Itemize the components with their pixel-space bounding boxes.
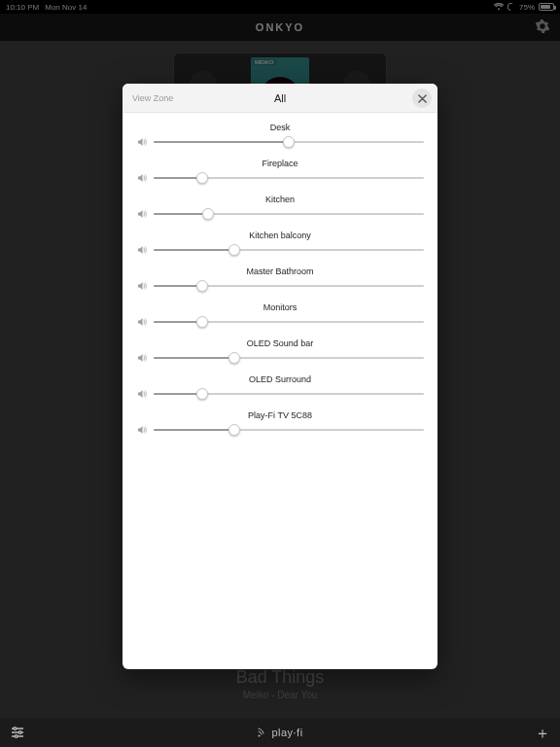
zone-label: Fireplace: [132, 155, 428, 171]
zone-label: OLED Surround: [132, 371, 428, 387]
volume-icon[interactable]: [136, 352, 148, 364]
volume-icon[interactable]: [136, 424, 148, 436]
volume-slider[interactable]: [154, 135, 424, 149]
volume-icon[interactable]: [136, 316, 148, 328]
volume-icon[interactable]: [136, 208, 148, 220]
volume-slider[interactable]: [154, 171, 424, 185]
close-icon[interactable]: [412, 89, 432, 108]
zone-row: Kitchen: [132, 191, 428, 223]
zone-row: Monitors: [132, 299, 428, 331]
zone-row: Kitchen balcony: [132, 227, 428, 259]
modal-header: View Zone All: [122, 84, 438, 113]
svg-point-1: [18, 731, 21, 734]
zone-volume-modal: View Zone All DeskFireplaceKitchenKitche…: [122, 84, 438, 669]
volume-icon[interactable]: [136, 244, 148, 256]
volume-slider[interactable]: [154, 207, 424, 221]
modal-title: All: [122, 92, 438, 104]
svg-point-3: [259, 735, 261, 737]
zone-row: Desk: [132, 119, 428, 151]
zone-row: Fireplace: [132, 155, 428, 187]
zone-label: Master Bathroom: [132, 263, 428, 279]
zone-row: Master Bathroom: [132, 263, 428, 295]
zone-row: Play-Fi TV 5C88: [132, 407, 428, 439]
zone-label: Kitchen balcony: [132, 227, 428, 243]
svg-point-0: [14, 728, 17, 730]
zone-row: OLED Surround: [132, 371, 428, 403]
bottom-bar: play·fi ＋: [0, 718, 560, 747]
svg-point-2: [15, 735, 18, 738]
zones-list: DeskFireplaceKitchenKitchen balconyMaste…: [122, 113, 438, 669]
volume-icon[interactable]: [136, 136, 148, 148]
equalizer-icon[interactable]: [10, 725, 25, 740]
volume-icon[interactable]: [136, 280, 148, 292]
zone-label: Kitchen: [132, 191, 428, 207]
zone-row: OLED Sound bar: [132, 335, 428, 367]
volume-slider[interactable]: [154, 279, 424, 293]
volume-icon[interactable]: [136, 172, 148, 184]
zone-label: Play-Fi TV 5C88: [132, 407, 428, 423]
volume-icon[interactable]: [136, 388, 148, 400]
volume-slider[interactable]: [154, 315, 424, 329]
volume-slider[interactable]: [154, 423, 424, 437]
zone-label: Monitors: [132, 299, 428, 315]
add-icon[interactable]: ＋: [535, 724, 550, 744]
volume-slider[interactable]: [154, 351, 424, 365]
volume-slider[interactable]: [154, 243, 424, 257]
volume-slider[interactable]: [154, 387, 424, 401]
zone-label: Desk: [132, 119, 428, 135]
zone-label: OLED Sound bar: [132, 335, 428, 351]
playfi-logo: play·fi: [257, 727, 302, 738]
